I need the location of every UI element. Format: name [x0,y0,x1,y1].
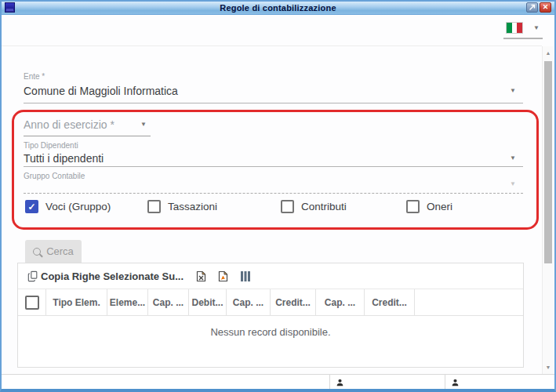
column-header-cap-1[interactable]: Cap. ... [148,289,189,315]
column-header-debit[interactable]: Debit... [189,289,227,315]
copy-button-label: Copia Righe Selezionate Su... [41,270,184,282]
copy-selected-rows-button[interactable]: Copia Righe Selezionate Su... [27,270,184,282]
checkbox-unchecked-icon[interactable] [147,200,161,213]
italian-flag-icon [506,22,523,34]
anno-placeholder: Anno di esercizio * [24,118,114,131]
select-all-cell [18,289,46,315]
tipo-dipendenti-underline [24,166,523,167]
ente-underline [24,103,523,103]
scrollbar-thumb[interactable] [544,61,552,263]
scroll-up-icon[interactable]: ▲ [543,50,554,56]
checkbox-label: Contributi [301,201,347,212]
anno-underline [24,136,151,136]
status-cell-empty [2,375,329,390]
checkbox-contributi[interactable]: Contributi [281,200,347,213]
select-all-checkbox[interactable] [25,296,39,310]
checkbox-label: Oneri [427,201,452,212]
ente-value: Comune di Maggioli Informatica [24,85,178,97]
search-button[interactable]: Cerca [25,240,82,263]
table-header-row: Tipo Elem. Eleme... Cap. ... Debit... Ca… [18,289,523,316]
language-select[interactable]: ▼ [503,20,543,39]
checkbox-unchecked-icon[interactable] [281,200,294,213]
status-bar [2,374,554,390]
column-header-empty [415,289,523,315]
checkbox-unchecked-icon[interactable] [406,200,420,213]
dialog-window: Regole di contabilizzazione ✕ ▼ Ente * C… [0,0,556,392]
column-header-cap-3[interactable]: Cap. ... [316,289,365,315]
checkbox-voci-gruppo[interactable]: Voci (Gruppo) [25,200,111,213]
scroll-down-icon[interactable]: ▼ [543,365,554,370]
titlebar: Regole di contabilizzazione ✕ [2,2,554,15]
results-panel: Copia Righe Selezionate Su... [17,263,524,368]
window-controls: ✕ [526,2,551,13]
checkbox-label: Tassazioni [168,201,217,212]
window-title: Regole di contabilizzazione [2,2,554,14]
chevron-down-icon: ▼ [510,155,516,162]
checkbox-tassazioni[interactable]: Tassazioni [147,200,217,213]
vertical-scrollbar[interactable]: ▲ ▼ [542,46,554,374]
header-divider [2,45,542,46]
gruppo-contabile-underline [24,193,523,194]
restore-button[interactable] [526,2,538,13]
export-icons [196,270,251,282]
restore-icon [529,4,536,11]
close-button[interactable]: ✕ [540,2,551,13]
column-header-credit-1[interactable]: Credit... [271,289,316,315]
gruppo-contabile-label: Gruppo Contabile [24,172,85,180]
checkbox-label: Voci (Gruppo) [45,201,111,212]
language-select-underline [503,38,543,39]
checkbox-oneri[interactable]: Oneri [406,200,452,213]
status-cell-user-2 [445,375,554,390]
copy-icon [27,270,38,282]
column-header-tipo-elem[interactable]: Tipo Elem. [46,289,107,315]
columns-icon [240,270,251,282]
chevron-down-icon: ▼ [510,181,516,187]
excel-export-button[interactable] [196,270,206,282]
empty-table-message: Nessun record disponibile. [18,316,523,338]
chevron-down-icon: ▼ [533,25,540,31]
person-icon [336,378,344,387]
search-icon [33,248,41,256]
close-icon: ✕ [543,4,549,11]
column-chooser-button[interactable] [240,270,251,282]
excel-icon [196,270,206,282]
table-toolbar: Copia Righe Selezionate Su... [18,263,523,289]
column-header-cap-2[interactable]: Cap. ... [227,289,271,315]
ente-label: Ente * [24,72,45,81]
checkbox-checked-icon[interactable] [25,200,38,213]
search-button-label: Cerca [46,245,74,257]
status-cell-user-1 [329,375,445,390]
column-header-credit-2[interactable]: Credit... [365,289,415,315]
tipo-dipendenti-value: Tutti i dipendenti [24,152,104,165]
pdf-icon [218,270,228,282]
person-icon [451,378,460,387]
chevron-down-icon: ▼ [510,88,516,94]
chevron-down-icon: ▼ [140,122,147,128]
tipo-dipendenti-label: Tipo Dipendenti [24,141,78,150]
pdf-export-button[interactable] [218,270,228,282]
column-header-eleme[interactable]: Eleme... [107,289,148,315]
